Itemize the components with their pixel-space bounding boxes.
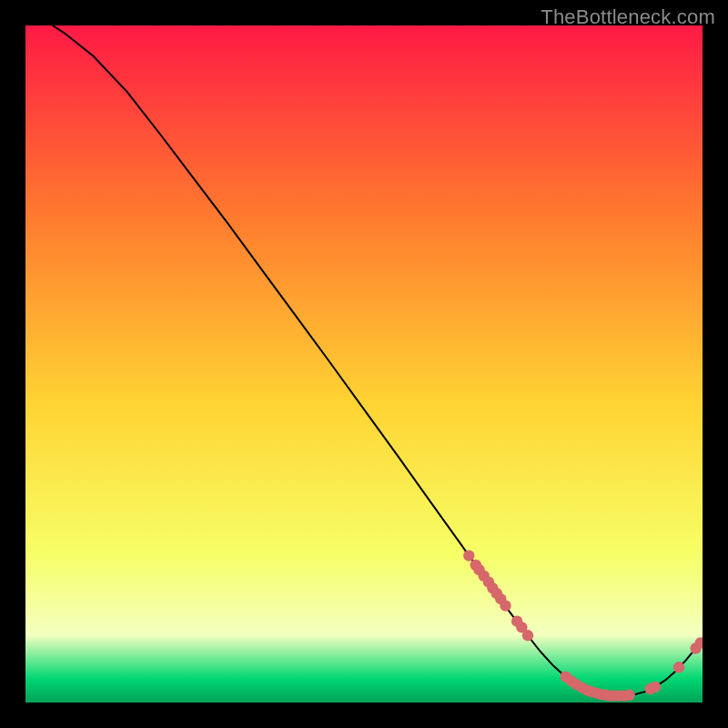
chart-stage: TheBottleneck.com (0, 0, 728, 728)
bottleneck-chart (25, 25, 703, 703)
data-point (623, 690, 634, 701)
data-point (463, 550, 474, 561)
data-point (673, 662, 684, 672)
data-point (522, 630, 533, 641)
data-point (650, 682, 661, 693)
gradient-background (25, 25, 703, 703)
data-point (500, 600, 511, 611)
